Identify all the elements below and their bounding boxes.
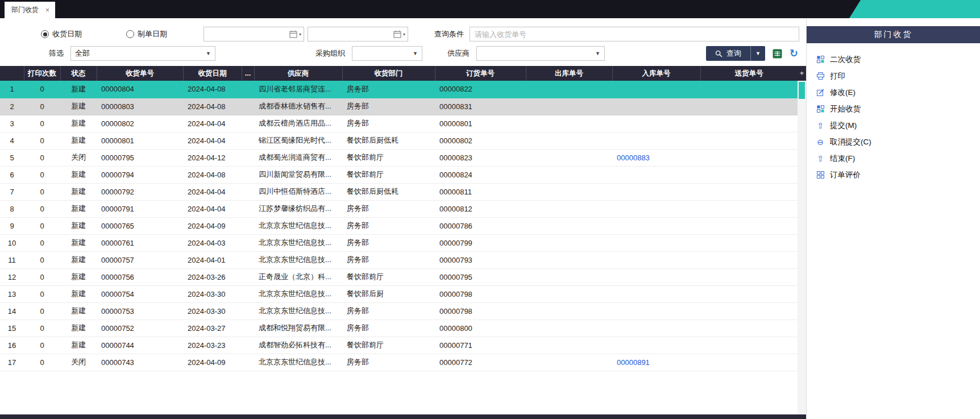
receipts-table: 打印次数 状态 收货单号 收货日期 ... 供应商 收货部门 订货单号 出库单号… <box>0 66 798 371</box>
search-button-label: 查询 <box>726 48 741 59</box>
radio-create-date[interactable]: 制单日期 <box>126 29 167 39</box>
table-row[interactable]: 20新建000008032024-04-08成都香林德水销售有...房务部000… <box>0 98 798 115</box>
grid-icon <box>816 56 825 63</box>
filter-label: 筛选 <box>49 48 64 59</box>
table-row[interactable]: 70新建000007922024-04-04四川中恒佰斯特酒店...餐饮部后厨低… <box>0 183 798 200</box>
column-header-department[interactable]: 收货部门 <box>342 66 435 81</box>
panel-item-label: 取消提交(C) <box>830 137 871 147</box>
query-condition-label: 查询条件 <box>434 29 464 39</box>
panel-item-label: 提交(M) <box>830 121 857 131</box>
table-row[interactable]: 10新建000008042024-04-08四川省老邻居商贸连...房务部000… <box>0 81 798 98</box>
supplier-select[interactable]: ▼ <box>476 46 605 61</box>
search-icon <box>715 50 722 57</box>
chevron-down-icon: ▼ <box>755 51 761 56</box>
panel-item-cancel-submit[interactable]: ⊖ 取消提交(C) <box>816 134 971 150</box>
table-row[interactable]: 140新建000007532024-03-30北京京东世纪信息技...房务部00… <box>0 302 798 320</box>
column-header-inbound-no[interactable]: 入库单号 <box>612 66 700 81</box>
edit-icon <box>816 89 825 96</box>
panel-item-finish[interactable]: ⇧ 结束(F) <box>816 150 971 167</box>
table-body: 10新建000008042024-04-08四川省老邻居商贸连...房务部000… <box>0 81 798 371</box>
table-row[interactable]: 130新建000007542024-03-30北京京东世纪信息技...餐饮部后厨… <box>0 285 798 302</box>
vertical-scrollbar[interactable]: + <box>798 66 806 414</box>
chevron-down-icon: ▼ <box>206 51 211 56</box>
table-row[interactable]: 30新建000008022024-04-04成都云檀尚酒店用品...房务部000… <box>0 115 798 132</box>
tab-department-receiving[interactable]: 部门收货 × <box>5 2 55 18</box>
top-tab-bar: 部门收货 × <box>0 0 980 18</box>
inbound-order-link[interactable]: 00000883 <box>617 154 650 162</box>
tab-close-icon[interactable]: × <box>45 6 49 14</box>
radio-receipt-date[interactable]: 收货日期 <box>41 29 82 39</box>
grid-icon <box>816 105 825 113</box>
table-row[interactable]: 160新建000007442024-03-23成都智劲必拓科技有...餐饮部前厅… <box>0 337 798 354</box>
inbound-order-link[interactable]: 00000891 <box>617 358 650 367</box>
column-header-outbound-no[interactable]: 出库单号 <box>526 66 612 81</box>
side-panel: 部门收货 二次收货 <box>806 18 980 419</box>
chevron-down-icon[interactable]: ▾ <box>403 32 405 37</box>
search-button[interactable]: 查询 <box>706 46 750 61</box>
column-header-print-count[interactable]: 打印次数 <box>24 66 60 81</box>
refresh-button[interactable]: ↻ <box>790 47 798 60</box>
table-row[interactable]: 60新建000007942024-04-08四川新闻堂贸易有限...餐饮部前厅0… <box>0 166 798 183</box>
scrollbar-track[interactable] <box>798 81 806 414</box>
grid-area: 打印次数 状态 收货单号 收货日期 ... 供应商 收货部门 订货单号 出库单号… <box>0 66 806 414</box>
table-row[interactable]: 90新建000007652024-04-09北京京东世纪信息技...房务部000… <box>0 217 798 234</box>
query-field[interactable] <box>470 27 799 42</box>
filter-select[interactable]: 全部 ▼ <box>70 46 215 61</box>
table-row[interactable]: 170关闭000007432024-04-09北京京东世纪信息技...房务部00… <box>0 354 798 371</box>
panel-item-print[interactable]: 打印 <box>816 68 971 84</box>
date-to-field[interactable]: ▾ <box>308 27 408 42</box>
table-row[interactable]: 80新建000007912024-04-04江苏梦馨缘纺织品有...房务部000… <box>0 200 798 217</box>
column-header-receipt-no[interactable]: 收货单号 <box>97 66 183 81</box>
date-to-input[interactable] <box>308 30 392 39</box>
panel-item-label: 订单评价 <box>830 170 861 180</box>
table-row[interactable]: 110新建000007572024-04-01北京京东世纪信息技...房务部00… <box>0 251 798 268</box>
printer-icon <box>816 72 825 80</box>
filter-area: 收货日期 制单日期 ▾ <box>0 18 806 66</box>
finish-up-icon: ⇧ <box>816 155 825 163</box>
table-header-row: 打印次数 状态 收货单号 收货日期 ... 供应商 收货部门 订货单号 出库单号… <box>0 66 798 81</box>
search-options-button[interactable]: ▼ <box>750 46 765 61</box>
column-header-delivery-no[interactable]: 送货单号 <box>700 66 798 81</box>
panel-items: 二次收货 打印 修 <box>807 43 980 191</box>
table-row[interactable]: 120新建000007562024-03-26正奇晟业（北京）科...餐饮部前厅… <box>0 268 798 285</box>
panel-item-start-receive[interactable]: 开始收货 <box>816 101 971 117</box>
panel-item-secondary-receive[interactable]: 二次收货 <box>816 51 971 68</box>
chevron-down-icon: ▼ <box>413 51 418 56</box>
scrollbar-thumb[interactable] <box>799 82 805 99</box>
panel-item-order-review[interactable]: 订单评价 <box>816 167 971 183</box>
calendar-icon[interactable] <box>393 30 401 38</box>
table-row[interactable]: 50关闭000007952024-04-12成都蜀光润道商贸有...餐饮部前厅0… <box>0 149 798 166</box>
review-grid-icon <box>816 171 825 179</box>
refresh-icon: ↻ <box>790 47 798 60</box>
table-row[interactable]: 40新建000008012024-04-04锦江区蜀缘阳光时代...餐饮部后厨低… <box>0 132 798 149</box>
table-container: 打印次数 状态 收货单号 收货日期 ... 供应商 收货部门 订货单号 出库单号… <box>0 66 798 414</box>
radio-selected-icon <box>41 30 49 38</box>
teal-accent-shape <box>849 0 980 18</box>
excel-export-button[interactable] <box>773 49 782 59</box>
radio-receipt-date-label: 收货日期 <box>52 29 82 39</box>
panel-item-submit[interactable]: ⇧ 提交(M) <box>816 117 971 134</box>
table-row[interactable]: 150新建000007522024-03-27成都和悦翔贸易有限...房务部00… <box>0 320 798 337</box>
date-from-input[interactable] <box>204 30 288 39</box>
column-header-receipt-date[interactable]: 收货日期 <box>183 66 242 81</box>
column-header-more[interactable]: ... <box>242 66 254 81</box>
column-header-index[interactable] <box>0 66 24 81</box>
panel-item-label: 开始收货 <box>830 104 861 114</box>
table-row[interactable]: 100新建000007612024-04-03北京京东世纪信息技...房务部00… <box>0 234 798 251</box>
calendar-icon[interactable] <box>289 30 297 38</box>
chevron-down-icon[interactable]: ▾ <box>299 32 301 37</box>
purchase-org-select[interactable]: ▼ <box>352 46 422 61</box>
date-from-field[interactable]: ▾ <box>204 27 304 42</box>
submit-up-icon: ⇧ <box>816 122 825 130</box>
purchase-org-label: 采购组织 <box>315 48 345 59</box>
horizontal-scrollbar[interactable] <box>0 414 806 419</box>
radio-unselected-icon <box>126 30 134 38</box>
column-options-button[interactable]: + <box>798 66 806 81</box>
column-header-order-no[interactable]: 订货单号 <box>435 66 526 81</box>
column-header-status[interactable]: 状态 <box>60 66 97 81</box>
query-input[interactable] <box>470 30 799 39</box>
filter-select-value: 全部 <box>75 48 90 59</box>
radio-create-date-label: 制单日期 <box>138 29 167 39</box>
panel-item-edit[interactable]: 修改(E) <box>816 84 971 101</box>
column-header-supplier[interactable]: 供应商 <box>254 66 342 81</box>
